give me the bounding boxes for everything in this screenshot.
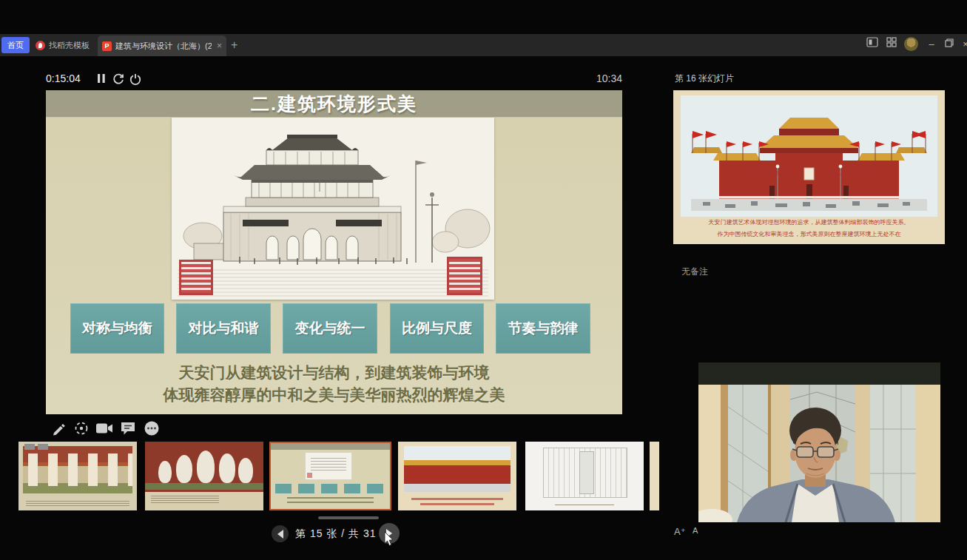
reset-timer-icon[interactable] [112, 73, 124, 88]
slide-title-band: 二.建筑环境形式美 [46, 90, 622, 118]
thumb15-btn [298, 484, 314, 493]
current-slide-canvas[interactable]: 二.建筑环境形式美 [46, 90, 622, 414]
close-button[interactable]: × [957, 37, 967, 52]
slide-thumbnail-17[interactable] [525, 442, 644, 510]
slide-caption-line1: 天安门从建筑设计与结构，到建筑装饰与环境 [46, 362, 622, 383]
etching-drawing [172, 118, 494, 300]
slide-caption-line2: 体现雍容醇厚的中和之美与美华丽热烈的辉煌之美 [46, 385, 622, 405]
banner-left-text: 中华人民共和国万岁 [745, 170, 789, 176]
mouse-cursor [384, 532, 394, 547]
next-slide-header: 第 16 张幻灯片 [675, 72, 734, 85]
restore-button[interactable] [941, 37, 957, 52]
tiananmen-etching-image [172, 118, 494, 300]
principle-button-4[interactable]: 比例与尺度 [390, 303, 484, 354]
filmstrip-scrollbar[interactable] [318, 516, 379, 519]
laser-pointer-icon[interactable] [72, 419, 91, 438]
webcam-video[interactable] [698, 385, 940, 522]
thumb15-caption-lines [287, 497, 374, 506]
camera-icon[interactable] [95, 419, 114, 438]
thumb17-caption-line [555, 505, 614, 507]
thumb14-caption-area [145, 492, 263, 510]
webcam-top-band [698, 362, 940, 385]
thumb13-chip2 [38, 444, 48, 450]
red-seal-left [179, 260, 213, 295]
presentation-app-window: 首页 找稻壳模板 P 建筑与环境设计（北海）(2).pptx × + – × 0… [0, 0, 967, 560]
slide-title: 二.建筑环境形式美 [251, 92, 417, 116]
more-options-icon[interactable] [142, 419, 161, 438]
principle-button-1[interactable]: 对称与均衡 [70, 303, 164, 354]
grid-view-icon[interactable] [883, 37, 900, 52]
slide-thumbnail-15-current[interactable] [269, 442, 391, 510]
thumb16-caption-line [411, 498, 503, 500]
thumb14-photo [145, 442, 263, 492]
speaker-notes-empty: 无备注 [681, 266, 708, 278]
minimize-button[interactable]: – [923, 37, 940, 52]
notes-font-decrease-button[interactable]: A [693, 526, 698, 535]
pen-annotate-icon[interactable] [49, 419, 68, 438]
next-slide-preview: 中华人民共和国万岁 世界人民大团结万岁 天安门建筑艺术体现对理想环境的追求，从建… [673, 90, 945, 244]
principle-button-2[interactable]: 对比与和谐 [176, 303, 271, 354]
thumb15-btn [367, 484, 383, 493]
wall-clock: 10:34 [596, 72, 622, 84]
slide-thumbnail-16[interactable] [398, 442, 516, 510]
preview-caption-line2: 作为中国传统文化和审美理念，形式美原则在整座建筑环境上无处不在 [678, 231, 940, 238]
slide-thumbnail-13[interactable] [18, 442, 137, 510]
thumb15-btn [344, 484, 360, 493]
thumb15-title-band [271, 443, 390, 450]
docer-icon [36, 41, 45, 50]
tab-bar: 首页 找稻壳模板 P 建筑与环境设计（北海）(2).pptx × + [0, 34, 967, 56]
pause-timer-icon[interactable] [97, 73, 106, 87]
principle-buttons-row: 对称与均衡 对比与和谐 变化与统一 比例与尺度 节奏与韵律 [46, 303, 622, 354]
tiananmen-photo: 中华人民共和国万岁 世界人民大团结万岁 [681, 95, 937, 217]
principle-button-3[interactable]: 变化与统一 [283, 303, 377, 354]
tab-docer-templates[interactable]: 找稻壳模板 [36, 37, 90, 53]
principle-button-5[interactable]: 节奏与韵律 [496, 303, 590, 354]
tab-close-icon[interactable]: × [217, 41, 222, 51]
tab-document-label: 建筑与环境设计（北海）(2).pptx [115, 41, 212, 52]
page-indicator: 第 15 张 / 共 31 张 [295, 527, 391, 541]
reading-layout-icon[interactable] [864, 37, 880, 52]
thumb13-chip [24, 444, 35, 450]
presentation-timer: 0:15:04 [46, 72, 81, 84]
red-seal-right [447, 257, 482, 295]
slide-thumbnail-14[interactable] [145, 442, 263, 510]
thumb15-btn [275, 484, 292, 493]
thumb13-photo [23, 446, 132, 493]
thumb13-caption-lines [26, 501, 129, 506]
thumb16-photo [404, 446, 511, 492]
end-show-power-icon[interactable] [129, 73, 141, 88]
webcam-scene [698, 385, 940, 522]
tab-document-active[interactable]: P 建筑与环境设计（北海）(2).pptx × [98, 36, 226, 56]
notes-font-increase-button[interactable]: A⁺ [674, 526, 686, 537]
previous-slide-button[interactable] [272, 525, 289, 542]
banner-right-text: 世界人民大团结万岁 [830, 170, 874, 176]
tab-home[interactable]: 首页 [1, 37, 30, 53]
tab-docer-label: 找稻壳模板 [49, 40, 90, 51]
preview-caption-line1: 天安门建筑艺术体现对理想环境的追求，从建筑整体到细部装饰的呼应关系。 [678, 219, 940, 226]
user-avatar[interactable] [904, 37, 918, 51]
thumb15-btn [321, 484, 337, 493]
thumb15-etching [305, 452, 352, 480]
comment-icon[interactable] [118, 419, 138, 438]
thumb17-technical-drawing [543, 448, 627, 498]
new-tab-button[interactable]: + [231, 36, 237, 54]
slide-thumbnail-18-partial[interactable] [650, 442, 659, 510]
thumb16-caption-line2 [420, 503, 494, 505]
ppt-file-icon: P [102, 41, 112, 51]
